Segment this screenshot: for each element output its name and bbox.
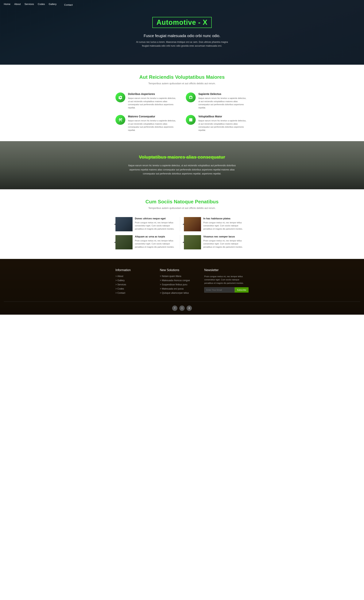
card-arrow-4: ◄: [182, 241, 185, 244]
feature-name-1: Doloribus Asperiores: [128, 93, 178, 95]
googleplus-icon[interactable]: 8: [187, 306, 192, 311]
footer-sol-1[interactable]: Notare quam littera: [160, 275, 197, 278]
card-arrow-1: ◄: [113, 223, 116, 226]
feature-icon-4: [186, 115, 196, 125]
footer-bottom: f t 8: [4, 301, 360, 311]
footer-info-list: About Gallery Services Codes Contact: [115, 275, 152, 294]
card-desc-4: Proin congue metus mi, nec tempor tellus…: [203, 239, 245, 249]
footer: Information About Gallery Services Codes…: [0, 259, 364, 315]
banner-section: Voluptatibus maiores alias consequatur I…: [0, 141, 364, 189]
feature-item-1: Doloribus Asperiores Itaque earum rerum …: [115, 93, 178, 109]
banner-title: Voluptatibus maiores alias consequatur: [125, 154, 239, 160]
card-text-1: Donec ultrices neque eget Proin congue m…: [135, 217, 176, 231]
card-arrow-3: ◄: [113, 241, 116, 244]
card-item-2: ◄ In hac habitasse platea Proin congue m…: [184, 217, 249, 231]
footer-solutions-col: New Solutions Notare quam littera Malesu…: [160, 268, 197, 296]
card-arrow-2: ◄: [182, 223, 185, 226]
cards-grid: ◄ Donec ultrices neque eget Proin congue…: [115, 217, 249, 249]
footer-sol-2[interactable]: Malesuada rhoncus congue: [160, 279, 197, 282]
hero-content: Automotive - X Fusce feugiat malesuada o…: [131, 17, 233, 47]
card-image-1: [115, 217, 132, 231]
nav-home[interactable]: Home: [4, 3, 10, 6]
footer-sol-4[interactable]: Malesuada orci purus: [160, 287, 197, 290]
footer-info-gallery[interactable]: Gallery: [115, 279, 152, 282]
nav-contact[interactable]: Contact: [64, 3, 73, 6]
footer-info-col: Information About Gallery Services Codes…: [115, 268, 152, 296]
hero-title: Automotive - X: [152, 17, 212, 28]
card-item-3: ◄ Aliquam ac urna ac turpis Proin congue…: [115, 235, 180, 249]
features-grid: Doloribus Asperiores Itaque earum rerum …: [115, 93, 249, 132]
card-image-2: [184, 217, 201, 231]
feature-text-4: Voluptatibus Maior Itaque earum rerum hi…: [198, 115, 249, 132]
feature-name-2: Sapiente Delectus: [198, 93, 249, 95]
nav-services[interactable]: Services: [25, 3, 34, 6]
cards-title: Cum Sociis Natoque Penatibus: [4, 199, 360, 205]
card-image-4: [184, 235, 201, 249]
feature-item-4: Voluptatibus Maior Itaque earum rerum hi…: [186, 115, 249, 132]
feature-desc-2: Itaque earum rerum hic tenetur a sapient…: [198, 97, 249, 109]
card-text-4: Vivamus nec semper lacus Proin congue me…: [203, 235, 245, 249]
main-nav: Home About Services Codes Gallery Contac…: [4, 3, 360, 6]
card-desc-2: Proin congue metus mi, nec tempor tellus…: [203, 221, 245, 231]
feature-icon-2: [186, 93, 196, 102]
feature-text-2: Sapiente Delectus Itaque earum rerum hic…: [198, 93, 249, 109]
newsletter-subscribe-button[interactable]: Subscribe: [235, 287, 249, 293]
feature-text-3: Maiores Consequatur Itaque earum rerum h…: [128, 115, 178, 132]
feature-icon-1: [115, 93, 125, 102]
footer-info-codes[interactable]: Codes: [115, 287, 152, 290]
footer-newsletter-col: Newsletter Proin congue metus mi, nec te…: [204, 268, 249, 296]
nav-about[interactable]: About: [14, 3, 21, 6]
features-title: Aut Reiciendis Voluptatibus Maiores: [4, 74, 360, 80]
card-text-3: Aliquam ac urna ac turpis Proin congue m…: [135, 235, 176, 249]
feature-desc-3: Itaque earum rerum hic tenetur a sapient…: [128, 119, 178, 132]
feature-text-1: Doloribus Asperiores Itaque earum rerum …: [128, 93, 178, 109]
feature-item-2: Sapiente Delectus Itaque earum rerum hic…: [186, 93, 249, 109]
newsletter-form: Subscribe: [204, 287, 249, 293]
footer-info-services[interactable]: Services: [115, 283, 152, 286]
nav-codes[interactable]: Codes: [38, 3, 45, 6]
footer-info-about[interactable]: About: [115, 275, 152, 278]
feature-desc-1: Itaque earum rerum hic tenetur a sapient…: [128, 97, 178, 109]
twitter-icon[interactable]: t: [179, 306, 185, 311]
card-text-2: In hac habitasse platea Proin congue met…: [203, 217, 245, 231]
card-desc-1: Proin congue metus mi, nec tempor tellus…: [135, 221, 176, 231]
card-desc-3: Proin congue metus mi, nec tempor tellus…: [135, 239, 176, 249]
footer-solutions-list: Notare quam littera Malesuada rhoncus co…: [160, 275, 197, 294]
features-section: Aut Reiciendis Voluptatibus Maiores Temp…: [0, 65, 364, 141]
feature-desc-4: Itaque earum rerum hic tenetur a sapient…: [198, 119, 249, 132]
card-title-2: In hac habitasse platea: [203, 217, 245, 220]
card-item-4: ◄ Vivamus nec semper lacus Proin congue …: [184, 235, 249, 249]
cards-section: Cum Sociis Natoque Penatibus Temporibus …: [0, 189, 364, 259]
cards-subtitle: Temporibus autem quibusdam et aut offici…: [4, 206, 360, 209]
footer-solutions-title: New Solutions: [160, 268, 197, 272]
feature-name-4: Voluptatibus Maior: [198, 115, 249, 118]
footer-newsletter-title: Newsletter: [204, 268, 249, 272]
footer-sol-5[interactable]: Quisque ullamcorper tellus: [160, 292, 197, 294]
facebook-icon[interactable]: f: [172, 306, 177, 311]
card-title-1: Donec ultrices neque eget: [135, 217, 176, 220]
feature-name-3: Maiores Consequatur: [128, 115, 178, 118]
footer-newsletter-desc: Proin congue metus mi, nec tempor tellus…: [204, 275, 249, 285]
banner-content: Voluptatibus maiores alias consequatur I…: [125, 154, 239, 176]
footer-sol-3[interactable]: Suspendisse finibus puru: [160, 283, 197, 286]
svg-rect-0: [189, 118, 192, 122]
banner-desc: Itaque earum rerum hic tenetur a sapient…: [125, 164, 239, 176]
hero-subtitle: Fusce feugiat malesuada odio orbi nunc o…: [134, 34, 230, 38]
features-subtitle: Temporibus autem quibusdam et aut offici…: [4, 82, 360, 85]
footer-info-title: Information: [115, 268, 152, 272]
footer-content: Information About Gallery Services Codes…: [115, 268, 249, 296]
social-icons: f t 8: [4, 306, 360, 311]
hero-section: Automotive - X Fusce feugiat malesuada o…: [0, 0, 364, 65]
card-title-3: Aliquam ac urna ac turpis: [135, 235, 176, 238]
hero-description: At cursus nec luctus a lorem. Maecenas t…: [134, 40, 230, 47]
card-item-1: ◄ Donec ultrices neque eget Proin congue…: [115, 217, 180, 231]
feature-icon-3: [115, 115, 125, 125]
newsletter-email-input[interactable]: [204, 287, 235, 293]
nav-gallery[interactable]: Gallery: [49, 3, 56, 6]
card-image-3: [115, 235, 132, 249]
feature-item-3: Maiores Consequatur Itaque earum rerum h…: [115, 115, 178, 132]
header: Home About Services Codes Gallery Contac…: [0, 0, 364, 9]
footer-info-contact[interactable]: Contact: [115, 292, 152, 294]
card-title-4: Vivamus nec semper lacus: [203, 235, 245, 238]
